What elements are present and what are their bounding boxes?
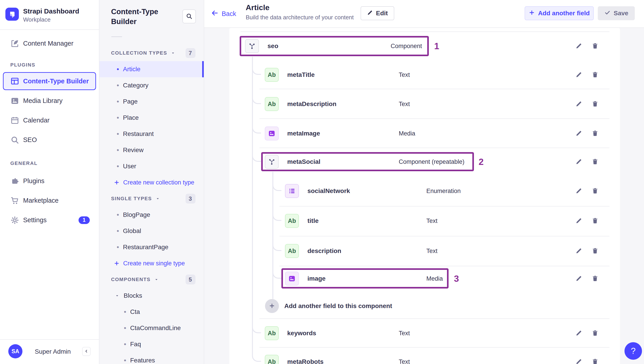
strapi-logo-icon	[6, 8, 19, 21]
avatar[interactable]: SA	[8, 344, 22, 358]
edit-button-label: Edit	[376, 10, 388, 17]
edit-field-button[interactable]	[574, 328, 584, 338]
edit-field-button[interactable]	[574, 70, 584, 80]
field-row-metaimage: metaImageMedia	[229, 123, 620, 144]
sidebar-item-restaurant[interactable]: •Restaurant	[100, 126, 204, 142]
plus-icon	[114, 260, 120, 266]
pencil-icon	[576, 275, 582, 282]
sidebar-item-place[interactable]: •Place	[100, 110, 204, 126]
notification-badge: 1	[78, 216, 90, 224]
edit-field-button[interactable]	[574, 41, 584, 51]
back-link[interactable]: Back	[211, 0, 236, 27]
sidebar-item-content-type-builder[interactable]: Content-Type Builder	[3, 72, 96, 90]
media-field-icon	[285, 272, 299, 286]
main-sidebar: Strapi Dashboard Workplace Content Manag…	[0, 0, 100, 364]
action-create-new-collection-type[interactable]: Create new collection type	[100, 174, 204, 191]
workspace-title: Strapi Dashboard	[23, 8, 79, 15]
text-field-icon: Ab	[285, 214, 299, 228]
edit-field-button[interactable]	[574, 157, 584, 167]
sidebar-item-cta[interactable]: •Cta	[100, 304, 204, 320]
sidebar-item-user[interactable]: •User	[100, 158, 204, 174]
back-label: Back	[222, 10, 236, 18]
delete-field-button[interactable]	[590, 357, 600, 364]
search-icon	[186, 13, 192, 20]
section-count-badge: 3	[186, 194, 196, 204]
sidebar-item-label: BlogPage	[123, 211, 150, 218]
field-row-metadescription: AbmetaDescriptionText	[229, 94, 620, 114]
edit-field-button[interactable]	[574, 216, 584, 226]
plugins-icon	[10, 176, 19, 186]
sidebar-item-media-library[interactable]: Media Library	[0, 91, 99, 111]
field-type-label: Media	[399, 130, 415, 137]
sidebar-item-category[interactable]: •Category	[100, 77, 204, 93]
edit-field-button[interactable]	[574, 128, 584, 138]
sidebar-item-review[interactable]: •Review	[100, 142, 204, 158]
field-row-description: AbdescriptionText	[229, 241, 620, 261]
edit-field-button[interactable]	[574, 357, 584, 364]
section-header-label: COLLECTION TYPES	[111, 50, 167, 56]
sidebar-item-calendar[interactable]: Calendar	[0, 111, 99, 130]
delete-field-button[interactable]	[590, 274, 600, 284]
annotation-number-2: 2	[478, 157, 484, 167]
edit-field-button[interactable]	[574, 274, 584, 284]
bullet-icon: •	[117, 211, 123, 219]
field-name-label: seo	[268, 43, 278, 50]
delete-field-button[interactable]	[590, 70, 600, 80]
sidebar-item-label: Marketplace	[23, 197, 58, 204]
component-group-blocks[interactable]: Blocks	[100, 288, 204, 304]
save-button[interactable]: Save	[598, 6, 635, 20]
annotation-number-3: 3	[454, 274, 459, 284]
chevron-down-icon[interactable]	[156, 196, 160, 201]
sidebar-item-plugins[interactable]: Plugins	[0, 171, 99, 191]
delete-field-button[interactable]	[590, 328, 600, 338]
chevron-down-icon[interactable]	[171, 51, 175, 55]
sidebar-item-marketplace[interactable]: Marketplace	[0, 191, 99, 210]
trash-icon	[592, 358, 598, 364]
workspace-brand: Strapi Dashboard Workplace	[0, 0, 99, 30]
plus-icon	[114, 179, 120, 185]
delete-field-button[interactable]	[590, 216, 600, 226]
bullet-icon: •	[117, 98, 123, 105]
workspace-subtitle: Workplace	[23, 16, 50, 23]
sidebar-item-features[interactable]: •Features	[100, 352, 204, 364]
sidebar-item-faq[interactable]: •Faq	[100, 336, 204, 352]
sidebar-item-global[interactable]: •Global	[100, 223, 204, 239]
sidebar-item-seo[interactable]: SEO	[0, 130, 99, 150]
delete-field-button[interactable]	[590, 246, 600, 256]
action-create-new-single-type[interactable]: Create new single type	[100, 255, 204, 271]
chevron-down-icon[interactable]	[154, 277, 159, 282]
search-button[interactable]	[182, 10, 196, 23]
sidebar-item-page[interactable]: •Page	[100, 93, 204, 110]
annotation-number-1: 1	[434, 41, 439, 51]
pencil-icon	[576, 358, 582, 364]
edit-field-button[interactable]	[574, 99, 584, 109]
sidebar-item-blogpage[interactable]: •BlogPage	[100, 207, 204, 223]
sidebar-item-ctacommandline[interactable]: •CtaCommandLine	[100, 320, 204, 336]
text-field-icon: Ab	[265, 68, 279, 82]
sidebar-item-label: Review	[123, 146, 144, 154]
edit-field-button[interactable]	[574, 186, 584, 196]
delete-field-button[interactable]	[590, 128, 600, 138]
bullet-icon: •	[124, 340, 130, 348]
plugins-section-header: PLUGINS	[10, 62, 36, 68]
delete-field-button[interactable]	[590, 186, 600, 196]
text-field-icon: Ab	[265, 355, 279, 364]
sidebar-item-article[interactable]: •Article	[100, 61, 204, 77]
pencil-icon	[576, 43, 582, 50]
edit-button[interactable]: Edit	[360, 6, 394, 20]
add-field-to-component-button[interactable]	[265, 299, 279, 313]
edit-field-button[interactable]	[574, 246, 584, 256]
help-button[interactable]: ?	[624, 342, 642, 360]
sidebar-item-content-manager[interactable]: Content Manager	[0, 34, 99, 53]
delete-field-button[interactable]	[590, 99, 600, 109]
sidebar-item-restaurantpage[interactable]: •RestaurantPage	[100, 239, 204, 255]
delete-field-button[interactable]	[590, 41, 600, 51]
sidebar-item-label: Content Manager	[23, 40, 74, 47]
add-another-field-button[interactable]: Add another field	[524, 6, 594, 20]
arrow-left-icon	[211, 9, 218, 19]
builder-panel-title: Content-Type Builder	[111, 7, 176, 27]
delete-field-button[interactable]	[590, 157, 600, 167]
sidebar-item-settings[interactable]: Settings1	[0, 210, 99, 230]
collapse-sidebar-button[interactable]	[82, 347, 91, 356]
sidebar-divider	[0, 339, 99, 340]
